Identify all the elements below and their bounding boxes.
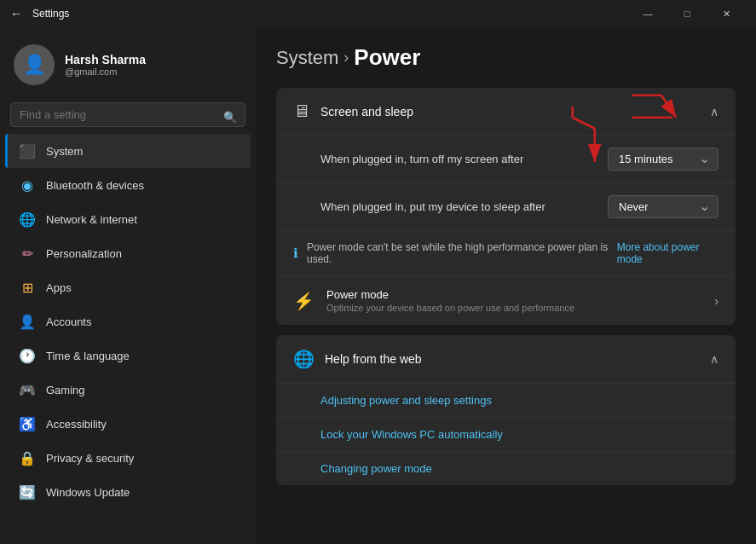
maximize-button[interactable]: □ <box>667 0 707 27</box>
sidebar-item-accessibility[interactable]: ♿ Accessibility <box>5 407 251 441</box>
sidebar-item-gaming[interactable]: 🎮 Gaming <box>5 373 251 407</box>
help-web-chevron: ∧ <box>710 352 718 366</box>
info-icon: ℹ <box>293 246 298 261</box>
content-area: System › Power 🖥 Screen and sleep ∧ When… <box>256 27 756 544</box>
titlebar: ← Settings — □ ✕ <box>0 0 756 27</box>
sidebar-item-label: Apps <box>46 281 72 294</box>
accessibility-icon: ♿ <box>19 415 36 432</box>
sidebar-item-label: Network & internet <box>46 213 137 226</box>
power-mode-desc: Optimize your device based on power use … <box>326 303 702 313</box>
time-icon: 🕐 <box>19 347 36 364</box>
gaming-icon: 🎮 <box>19 381 36 398</box>
info-text: Power mode can't be set while the high p… <box>307 241 609 265</box>
sidebar-item-apps[interactable]: ⊞ Apps <box>5 270 251 304</box>
sidebar-item-accounts[interactable]: 👤 Accounts <box>5 304 251 339</box>
titlebar-left: ← Settings <box>10 7 69 20</box>
help-header-left: 🌐 Help from the web <box>293 349 422 369</box>
help-link-2[interactable]: Lock your Windows PC automatically <box>276 417 736 451</box>
apps-icon: ⊞ <box>19 279 36 296</box>
screen-sleep-header[interactable]: 🖥 Screen and sleep ∧ <box>276 88 736 135</box>
section-header-left: 🖥 Screen and sleep <box>293 101 413 121</box>
power-mode-icon: ⚡ <box>293 291 315 311</box>
personalization-icon: ✏ <box>19 245 36 262</box>
user-name: Harsh Sharma <box>65 53 146 67</box>
user-email: @gmail.com <box>65 67 146 77</box>
sidebar-item-bluetooth[interactable]: ◉ Bluetooth & devices <box>5 168 251 202</box>
sidebar-item-label: Windows Update <box>46 486 130 499</box>
help-link-1[interactable]: Adjusting power and sleep settings <box>276 383 736 417</box>
breadcrumb-current: Power <box>354 44 420 71</box>
close-button[interactable]: ✕ <box>707 0 746 27</box>
sidebar-item-system[interactable]: ⬛ System <box>5 134 251 168</box>
screen-sleep-card: 🖥 Screen and sleep ∧ When plugged in, tu… <box>276 88 736 325</box>
power-mode-chevron: › <box>714 294 718 308</box>
sidebar-item-privacy[interactable]: 🔒 Privacy & security <box>5 441 251 475</box>
power-mode-row[interactable]: ⚡ Power mode Optimize your device based … <box>276 275 736 325</box>
system-icon: ⬛ <box>19 142 36 159</box>
power-mode-text: Power mode Optimize your device based on… <box>326 288 702 313</box>
search-icon: 🔍 <box>223 110 237 123</box>
sidebar-item-time[interactable]: 🕐 Time & language <box>5 339 251 373</box>
avatar: 👤 <box>14 44 55 85</box>
privacy-icon: 🔒 <box>19 449 36 466</box>
screen-icon: 🖥 <box>293 101 310 121</box>
screen-sleep-wrapper: 🖥 Screen and sleep ∧ When plugged in, tu… <box>276 88 736 325</box>
update-icon: 🔄 <box>19 483 36 501</box>
help-web-card: 🌐 Help from the web ∧ Adjusting power an… <box>276 335 736 485</box>
help-icon: 🌐 <box>293 349 315 369</box>
user-profile[interactable]: 👤 Harsh Sharma @gmail.com <box>0 38 256 99</box>
sleep-row: When plugged in, put my device to sleep … <box>276 182 736 230</box>
network-icon: 🌐 <box>19 211 36 228</box>
sidebar-item-label: System <box>46 145 83 158</box>
user-info: Harsh Sharma @gmail.com <box>65 53 146 77</box>
back-button[interactable]: ← <box>10 7 22 20</box>
screen-off-dropdown[interactable]: 15 minutes Never 1 minute 5 minutes 30 m… <box>608 148 718 171</box>
power-mode-title: Power mode <box>326 288 702 301</box>
sidebar-item-label: Gaming <box>46 384 85 396</box>
screen-off-dropdown-wrapper: 15 minutes Never 1 minute 5 minutes 30 m… <box>608 148 718 171</box>
sidebar: 👤 Harsh Sharma @gmail.com 🔍 ⬛ System ◉ B… <box>0 27 256 544</box>
screen-sleep-title: Screen and sleep <box>320 105 413 119</box>
sidebar-item-label: Privacy & security <box>46 452 134 465</box>
sidebar-item-label: Time & language <box>46 350 130 362</box>
sidebar-item-personalization[interactable]: ✏ Personalization <box>5 236 251 270</box>
help-link-3[interactable]: Changing power mode <box>276 451 736 485</box>
info-link[interactable]: More about power mode <box>617 241 718 265</box>
search-container: 🔍 <box>0 99 256 134</box>
bluetooth-icon: ◉ <box>19 177 36 194</box>
titlebar-controls: — □ ✕ <box>628 0 746 27</box>
breadcrumb-separator: › <box>343 49 349 67</box>
sidebar-item-label: Accounts <box>46 315 91 328</box>
sidebar-item-label: Personalization <box>46 247 122 260</box>
breadcrumb: System › Power <box>276 44 736 71</box>
accounts-icon: 👤 <box>19 313 36 330</box>
breadcrumb-parent[interactable]: System <box>276 47 338 69</box>
help-web-title: Help from the web <box>325 352 422 366</box>
search-input[interactable] <box>10 102 245 127</box>
sleep-dropdown[interactable]: Never 15 minutes 30 minutes 1 hour <box>608 195 718 218</box>
sidebar-item-label: Accessibility <box>46 418 107 431</box>
sleep-label: When plugged in, put my device to sleep … <box>320 200 545 213</box>
app-body: 👤 Harsh Sharma @gmail.com 🔍 ⬛ System ◉ B… <box>0 27 756 544</box>
screen-off-label: When plugged in, turn off my screen afte… <box>320 153 523 165</box>
avatar-icon: 👤 <box>23 54 46 76</box>
sidebar-item-update[interactable]: 🔄 Windows Update <box>5 475 251 509</box>
sleep-dropdown-wrapper: Never 15 minutes 30 minutes 1 hour <box>608 195 718 218</box>
minimize-button[interactable]: — <box>628 0 667 27</box>
titlebar-title: Settings <box>32 8 69 20</box>
help-web-header[interactable]: 🌐 Help from the web ∧ <box>276 335 736 383</box>
screen-sleep-chevron: ∧ <box>710 105 718 119</box>
info-row: ℹ Power mode can't be set while the high… <box>276 230 736 275</box>
sidebar-item-network[interactable]: 🌐 Network & internet <box>5 202 251 236</box>
screen-off-row: When plugged in, turn off my screen afte… <box>276 135 736 182</box>
sidebar-item-label: Bluetooth & devices <box>46 179 144 192</box>
